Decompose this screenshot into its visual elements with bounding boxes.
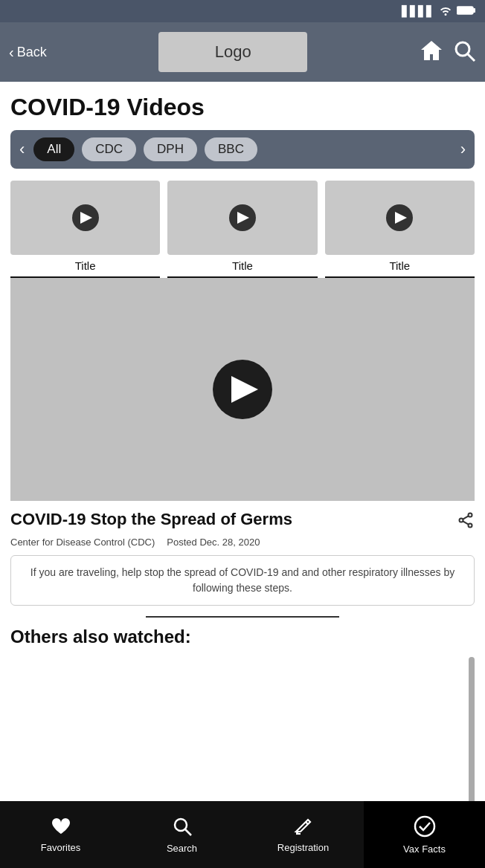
filter-tag-dph[interactable]: DPH (144, 137, 197, 161)
video-thumb-3[interactable]: Title (325, 181, 475, 278)
filter-tag-all[interactable]: All (33, 137, 74, 161)
main-video-player[interactable] (10, 278, 475, 501)
video-title-row: COVID-19 Stop the Spread of Germs (10, 510, 475, 534)
home-button[interactable] (420, 39, 443, 66)
check-circle-icon (414, 815, 436, 841)
video-meta: Center for Disease Control (CDC) Posted … (10, 537, 475, 548)
thumb-title-1: Title (10, 259, 160, 278)
video-thumbs-row: Title Title Title (10, 181, 475, 278)
svg-point-6 (469, 524, 472, 528)
svg-point-14 (415, 817, 434, 836)
nav-label-favorites: Favorites (41, 842, 80, 853)
filter-next-button[interactable]: › (457, 140, 469, 159)
status-icons: ▋▋▋▋ (402, 5, 476, 18)
play-btn-large (213, 360, 272, 419)
play-btn-small-3 (386, 204, 413, 231)
nav-label-search: Search (167, 843, 197, 854)
filter-bar: ‹ All CDC DPH BBC › (10, 130, 475, 169)
back-button[interactable]: ‹ Back (9, 44, 47, 61)
thumb-img-2 (167, 181, 317, 255)
play-triangle-2 (237, 212, 249, 224)
play-triangle-large (231, 376, 258, 403)
status-bar: ▋▋▋▋ (0, 0, 485, 22)
search-button[interactable] (452, 39, 476, 66)
video-info: COVID-19 Stop the Spread of Germs Center… (10, 501, 475, 659)
video-thumb-2[interactable]: Title (167, 181, 317, 278)
video-thumb-1[interactable]: Title (10, 181, 160, 278)
svg-rect-1 (473, 8, 475, 13)
video-description: If you are traveling, help stop the spre… (10, 555, 475, 606)
main-content: COVID-19 Videos ‹ All CDC DPH BBC › Titl… (0, 82, 485, 659)
svg-line-8 (463, 521, 468, 524)
thumb-title-3: Title (325, 259, 475, 278)
nav-item-favorites[interactable]: Favorites (0, 801, 121, 868)
nav-item-registration[interactable]: Registration (242, 801, 364, 868)
battery-icon (457, 5, 476, 18)
play-btn-small-2 (229, 204, 256, 231)
filter-tag-bbc[interactable]: BBC (205, 137, 257, 161)
logo-label: Logo (215, 42, 251, 62)
svg-point-5 (460, 519, 463, 522)
play-btn-small-1 (72, 204, 99, 231)
svg-line-7 (463, 516, 468, 519)
wifi-icon (439, 5, 452, 18)
back-chevron-icon: ‹ (9, 44, 14, 61)
svg-point-2 (456, 42, 469, 56)
svg-line-10 (185, 829, 191, 835)
thumb-img-1 (10, 181, 160, 255)
svg-point-4 (469, 514, 472, 517)
nav-label-vax-facts: Vax Facts (403, 843, 446, 855)
nav-item-search[interactable]: Search (121, 801, 242, 868)
video-posted: Posted Dec. 28, 2020 (167, 537, 260, 548)
pencil-icon (294, 817, 313, 839)
header: ‹ Back Logo (0, 22, 485, 82)
bottom-nav: Favorites Search Registration (0, 801, 485, 868)
svg-line-3 (468, 54, 475, 61)
filter-tags: All CDC DPH BBC (33, 137, 451, 161)
filter-prev-button[interactable]: ‹ (16, 140, 28, 159)
share-button[interactable] (449, 511, 475, 534)
nav-label-registration: Registration (277, 842, 329, 853)
play-triangle-3 (395, 212, 407, 224)
back-label: Back (17, 45, 47, 60)
search-icon (172, 816, 193, 840)
heart-icon (51, 817, 71, 839)
logo: Logo (158, 32, 307, 72)
divider (146, 616, 339, 618)
thumb-title-2: Title (167, 259, 317, 278)
header-icons (420, 39, 476, 66)
page-title: COVID-19 Videos (10, 94, 475, 121)
svg-point-9 (175, 819, 187, 831)
svg-rect-0 (457, 7, 473, 14)
nav-item-vax-facts[interactable]: Vax Facts (364, 801, 485, 868)
filter-tag-cdc[interactable]: CDC (82, 137, 136, 161)
signal-icon: ▋▋▋▋ (402, 5, 434, 17)
svg-line-11 (306, 822, 308, 824)
thumb-img-3 (325, 181, 475, 255)
video-source: Center for Disease Control (CDC) (10, 537, 155, 548)
play-triangle-1 (80, 212, 92, 224)
others-watched-title: Others also watched: (10, 626, 475, 647)
video-title: COVID-19 Stop the Spread of Germs (10, 510, 449, 529)
